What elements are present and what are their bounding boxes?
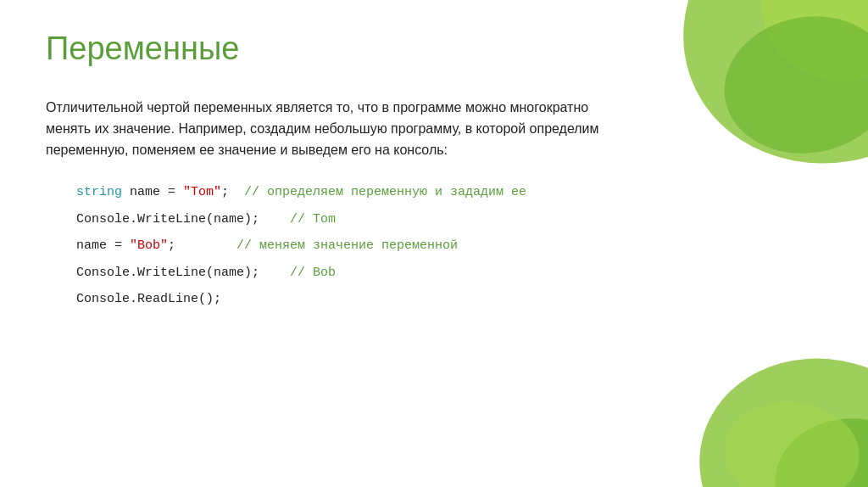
code-line-5: Console.ReadLine(); — [76, 286, 822, 313]
code-line-4: Console.WriteLine(name); // Bob — [76, 260, 822, 287]
slide-description: Отличительной чертой переменных является… — [46, 98, 622, 160]
code-plain: name = — [122, 185, 183, 199]
comment-3: // меняем значение переменной — [236, 238, 458, 253]
deco-bottom-right-shape — [690, 334, 868, 487]
code-plain: ; — [168, 238, 236, 253]
slide: Переменные Отличительной чертой переменн… — [0, 0, 868, 487]
code-plain: name = — [76, 238, 130, 253]
comment-1: // определяем переменную и зададим ее — [244, 185, 526, 199]
keyword-string: string — [76, 185, 122, 199]
code-block: string name = "Tom"; // определяем перем… — [46, 179, 822, 313]
code-plain: Console.ReadLine(); — [76, 292, 221, 306]
string-value-tom: "Tom" — [183, 185, 221, 199]
code-line-1: string name = "Tom"; // определяем перем… — [76, 179, 822, 206]
code-line-2: Console.WriteLine(name); // Tom — [76, 206, 822, 233]
code-plain: Console.WriteLine(name); — [76, 266, 290, 280]
code-plain: ; — [221, 185, 244, 199]
slide-title: Переменные — [46, 31, 822, 67]
string-value-bob: "Bob" — [130, 238, 168, 253]
code-plain: Console.WriteLine(name); — [76, 212, 290, 227]
comment-2: // Tom — [290, 212, 336, 227]
slide-content: Переменные Отличительной чертой переменн… — [0, 0, 868, 339]
comment-4: // Bob — [290, 266, 336, 280]
code-line-3: name = "Bob"; // меняем значение перемен… — [76, 232, 822, 260]
